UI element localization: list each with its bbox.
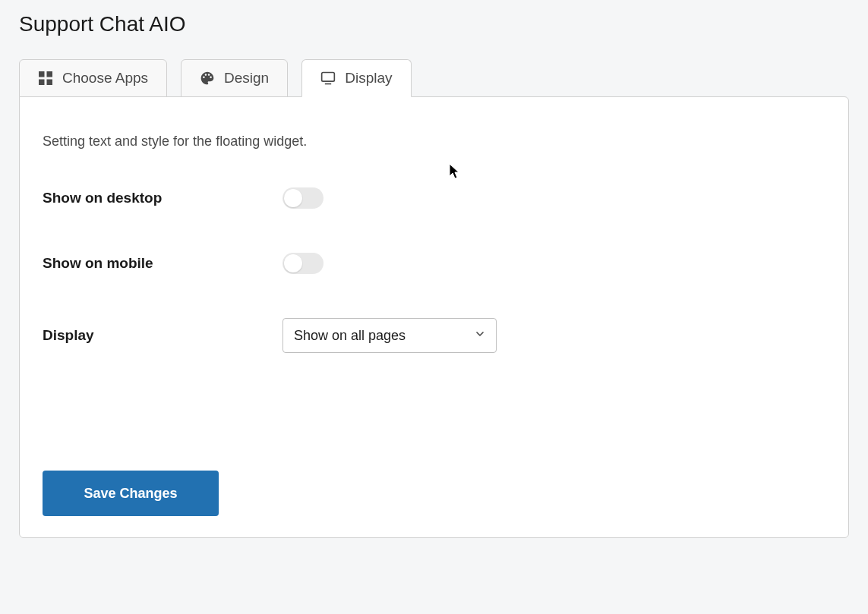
tab-bar: Choose Apps Design Display — [19, 59, 849, 97]
page-title: Support Chat AIO — [19, 12, 849, 36]
grid-icon — [38, 71, 53, 86]
panel-description: Setting text and style for the floating … — [43, 134, 825, 150]
save-button[interactable]: Save Changes — [43, 471, 219, 516]
palette-icon — [200, 71, 215, 86]
select-display-wrap: Show on all pages — [282, 318, 497, 353]
tab-label: Display — [345, 70, 392, 87]
monitor-icon — [320, 71, 336, 86]
svg-rect-4 — [322, 73, 335, 82]
field-label-display: Display — [43, 327, 282, 344]
select-display[interactable]: Show on all pages — [282, 318, 497, 353]
field-label-show-mobile: Show on mobile — [43, 255, 282, 272]
toggle-show-mobile[interactable] — [282, 253, 324, 274]
svg-rect-3 — [47, 80, 53, 86]
field-label-show-desktop: Show on desktop — [43, 190, 282, 206]
field-display: Display Show on all pages — [43, 318, 825, 353]
settings-panel: Setting text and style for the floating … — [19, 96, 849, 538]
toggle-show-desktop[interactable] — [282, 187, 324, 209]
tab-design[interactable]: Design — [181, 59, 288, 97]
svg-rect-2 — [39, 80, 45, 86]
field-show-mobile: Show on mobile — [43, 253, 825, 274]
tab-label: Design — [224, 70, 269, 87]
field-show-desktop: Show on desktop — [43, 187, 825, 209]
toggle-knob — [284, 189, 302, 207]
tab-choose-apps[interactable]: Choose Apps — [19, 59, 167, 97]
tab-label: Choose Apps — [62, 70, 148, 87]
svg-rect-1 — [47, 71, 53, 77]
tab-display[interactable]: Display — [301, 59, 411, 97]
svg-rect-0 — [39, 71, 45, 77]
toggle-knob — [284, 254, 302, 272]
